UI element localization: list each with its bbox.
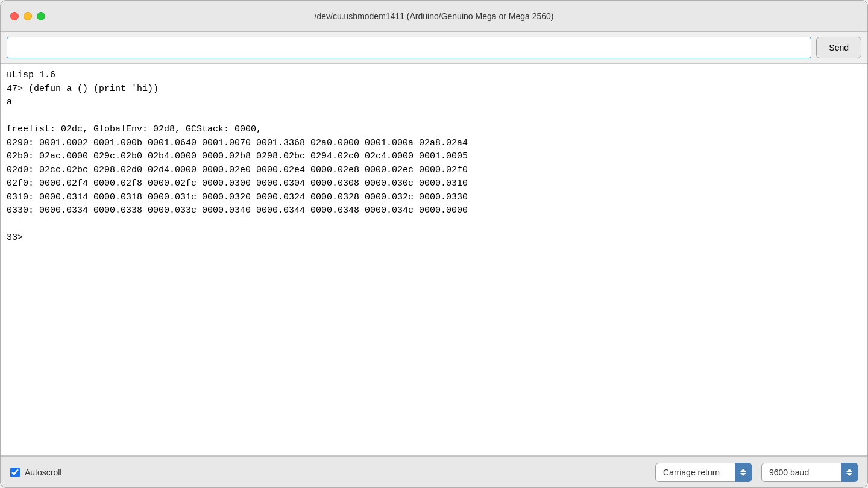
autoscroll-checkbox[interactable] [10, 468, 20, 477]
message-input[interactable] [7, 37, 811, 58]
send-button[interactable]: Send [816, 37, 861, 58]
autoscroll-container: Autoscroll [10, 468, 61, 477]
line-ending-dropdown-wrapper: No line ending Newline Carriage return B… [655, 463, 752, 482]
main-window: /dev/cu.usbmodem1411 (Arduino/Genuino Me… [0, 0, 868, 488]
autoscroll-label: Autoscroll [25, 468, 61, 477]
console-text: uLisp 1.6 47> (defun a () (print 'hi)) a… [7, 69, 861, 245]
window-controls [10, 12, 45, 20]
toolbar: Send [1, 32, 867, 64]
minimize-button[interactable] [24, 12, 32, 20]
window-title: /dev/cu.usbmodem1411 (Arduino/Genuino Me… [315, 11, 554, 21]
titlebar: /dev/cu.usbmodem1411 (Arduino/Genuino Me… [1, 1, 867, 32]
console-output: uLisp 1.6 47> (defun a () (print 'hi)) a… [1, 64, 867, 456]
baud-rate-dropdown-wrapper: 300 baud 1200 baud 2400 baud 4800 baud 9… [761, 463, 858, 482]
line-ending-select[interactable]: No line ending Newline Carriage return B… [655, 463, 752, 482]
baud-rate-select[interactable]: 300 baud 1200 baud 2400 baud 4800 baud 9… [761, 463, 858, 482]
maximize-button[interactable] [37, 12, 45, 20]
close-button[interactable] [10, 12, 19, 20]
statusbar: Autoscroll No line ending Newline Carria… [1, 456, 867, 487]
